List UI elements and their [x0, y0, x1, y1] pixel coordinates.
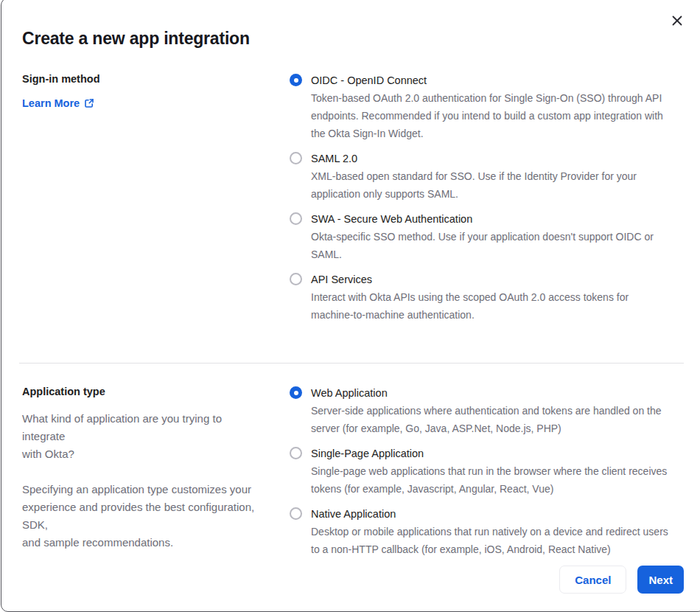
option-label: SWA - Secure Web Authentication: [311, 210, 654, 228]
radio-unselected-icon[interactable]: [290, 152, 302, 164]
radio-selected-icon[interactable]: [290, 386, 302, 399]
radio-unselected-icon[interactable]: [290, 212, 302, 225]
option-description: Single-page web applications that run in…: [311, 462, 667, 498]
radio-option-swa[interactable]: SWA - Secure Web Authentication Okta-spe…: [290, 210, 684, 263]
radio-unselected-icon[interactable]: [290, 507, 302, 520]
create-app-integration-modal: Create a new app integration Sign-in met…: [1, 0, 700, 612]
option-description: Desktop or mobile applications that run …: [311, 523, 668, 558]
radio-unselected-icon[interactable]: [290, 447, 302, 459]
application-type-hint: Specifying an application type customize…: [22, 481, 267, 552]
radio-option-oidc[interactable]: OIDC - OpenID Connect Token-based OAuth …: [290, 72, 684, 142]
next-button[interactable]: Next: [637, 566, 684, 594]
section-divider: [19, 363, 684, 364]
option-label: SAML 2.0: [311, 150, 637, 167]
application-type-label: Application type: [22, 384, 267, 399]
radio-option-api-services[interactable]: API Services Interact with Okta APIs usi…: [290, 271, 684, 324]
option-label: Web Application: [311, 384, 662, 402]
application-type-question: What kind of application are you trying …: [22, 410, 267, 463]
cancel-button[interactable]: Cancel: [559, 566, 626, 594]
option-label: OIDC - OpenID Connect: [311, 72, 663, 89]
page-title: Create a new app integration: [1, 29, 700, 49]
application-type-section: Application type What kind of applicatio…: [1, 384, 700, 566]
radio-option-saml[interactable]: SAML 2.0 XML-based open standard for SSO…: [290, 150, 684, 203]
radio-option-web-application[interactable]: Web Application Server-side applications…: [290, 384, 684, 437]
learn-more-link[interactable]: Learn More: [22, 97, 94, 109]
option-description: Server-side applications where authentic…: [311, 402, 662, 437]
radio-option-native-application[interactable]: Native Application Desktop or mobile app…: [290, 505, 684, 558]
option-description: Okta-specific SSO method. Use if your ap…: [311, 228, 654, 263]
option-description: Interact with Okta APIs using the scoped…: [311, 288, 629, 324]
option-description: Token-based OAuth 2.0 authentication for…: [311, 89, 663, 142]
modal-footer: Cancel Next: [559, 566, 684, 594]
external-link-icon: [84, 98, 94, 108]
signin-method-section: Sign-in method Learn More: [1, 72, 700, 331]
signin-method-label: Sign-in method: [22, 72, 267, 86]
option-label: API Services: [311, 271, 629, 288]
radio-selected-icon[interactable]: [290, 74, 302, 86]
option-description: XML-based open standard for SSO. Use if …: [311, 167, 637, 203]
radio-option-single-page-application[interactable]: Single-Page Application Single-page web …: [290, 445, 684, 498]
option-label: Single-Page Application: [311, 445, 667, 462]
option-label: Native Application: [311, 505, 668, 523]
radio-unselected-icon[interactable]: [290, 273, 302, 285]
close-icon[interactable]: [671, 14, 684, 27]
learn-more-label: Learn More: [22, 97, 80, 109]
